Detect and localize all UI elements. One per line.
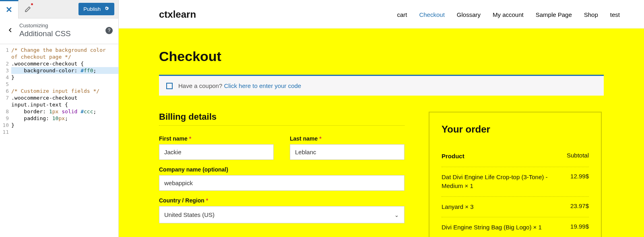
close-customizer-button[interactable]: ✕ <box>0 0 19 18</box>
code-line[interactable]: 10} <box>0 122 118 129</box>
coupon-link[interactable]: Click here to enter your code <box>224 82 301 89</box>
sidebar-top-bar: ✕ Publish <box>0 0 118 18</box>
checkout-page: Checkout Have a coupon? Click here to en… <box>119 29 644 237</box>
site-logo[interactable]: ctxlearn <box>159 9 196 20</box>
order-heading: Your order <box>442 124 589 135</box>
main-nav: cartCheckoutGlossaryMy accountSample Pag… <box>397 11 620 18</box>
order-summary: Your order Product Subtotal Dat Divi Eng… <box>429 112 602 237</box>
order-header-row: Product Subtotal <box>442 146 589 167</box>
section-header: Customizing Additional CSS ? <box>0 18 118 44</box>
last-name-label: Last name * <box>290 135 405 142</box>
country-label: Country / Region * <box>159 197 405 204</box>
edit-pencil-button[interactable] <box>19 0 37 18</box>
order-column: Your order Product Subtotal Dat Divi Eng… <box>429 112 602 237</box>
coupon-prompt: Have a coupon? <box>178 82 222 89</box>
first-name-label: First name * <box>159 135 274 142</box>
company-label: Company name (optional) <box>159 166 405 173</box>
company-input[interactable] <box>159 175 405 191</box>
coupon-icon <box>166 83 173 89</box>
css-editor[interactable]: 1/* Change the background colorof checko… <box>0 44 118 237</box>
code-line[interactable]: 7.woocommerce-checkout <box>0 94 118 101</box>
publish-button[interactable]: Publish <box>78 3 114 15</box>
help-icon[interactable]: ? <box>105 27 113 34</box>
code-line[interactable]: 8 border: 1px solid #ccc; <box>0 108 118 115</box>
nav-item-checkout[interactable]: Checkout <box>419 11 444 18</box>
publish-label: Publish <box>83 6 101 12</box>
nav-item-shop[interactable]: Shop <box>584 11 598 18</box>
order-item-row: Dat Divi Engine Life Crop-top (3-Tone) -… <box>442 167 589 197</box>
nav-item-my-account[interactable]: My account <box>493 11 524 18</box>
first-name-input[interactable] <box>159 144 274 160</box>
billing-column: Billing details First name * Last name * <box>159 112 405 237</box>
page-title: Checkout <box>159 49 604 64</box>
nav-item-sample-page[interactable]: Sample Page <box>536 11 572 18</box>
back-button[interactable] <box>5 26 16 35</box>
code-line[interactable]: 11 <box>0 129 118 135</box>
site-header: ctxlearn cartCheckoutGlossaryMy accountS… <box>119 0 644 29</box>
customizing-label: Customizing <box>19 22 105 29</box>
nav-item-test[interactable]: test <box>610 11 620 18</box>
code-line[interactable]: 9 padding: 10px; <box>0 115 118 122</box>
code-line[interactable]: 4} <box>0 74 118 81</box>
gear-icon <box>104 6 109 12</box>
code-line[interactable]: 5 <box>0 81 118 88</box>
code-line[interactable]: of checkout page */ <box>0 53 118 60</box>
code-line[interactable]: 1/* Change the background color <box>0 47 118 53</box>
nav-item-glossary[interactable]: Glossary <box>457 11 481 18</box>
customizer-sidebar: ✕ Publish Customizing Additional CSS ? <box>0 0 119 237</box>
nav-item-cart[interactable]: cart <box>397 11 407 18</box>
coupon-notice: Have a coupon? Click here to enter your … <box>159 75 604 96</box>
code-line[interactable]: input.input-text { <box>0 101 118 108</box>
code-line[interactable]: 6/* Customize input fields */ <box>0 88 118 94</box>
last-name-input[interactable] <box>290 144 405 160</box>
pencil-icon <box>25 6 31 12</box>
site-preview: ctxlearn cartCheckoutGlossaryMy accountS… <box>119 0 644 237</box>
section-title: Additional CSS <box>19 29 105 38</box>
country-select[interactable]: United States (US) <box>159 206 405 223</box>
code-line[interactable]: 2.woocommerce-checkout { <box>0 60 118 67</box>
order-item-row: Divi Engine String Bag (Big Logo) × 119.… <box>442 217 589 237</box>
billing-heading: Billing details <box>159 112 405 126</box>
code-line[interactable]: 3 background-color: #ff0; <box>0 67 118 74</box>
order-item-row: Lanyard × 323.97$ <box>442 197 589 218</box>
